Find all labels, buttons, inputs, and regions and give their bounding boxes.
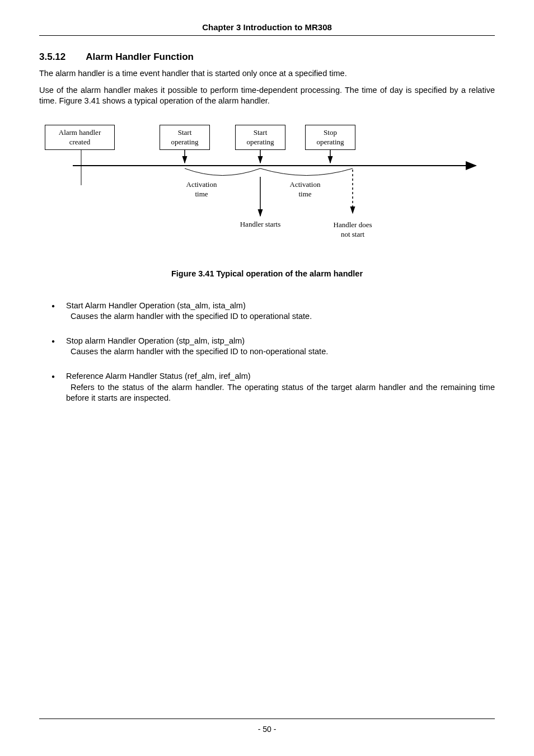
bullet-title-2: Stop alarm Handler Operation (stp_alm, i… [66, 336, 245, 345]
bullet-desc-2: Causes the alarm handler with the specif… [66, 347, 328, 356]
section-number: 3.5.12 [39, 51, 65, 63]
box-start-operating-1: Start operating [160, 125, 210, 150]
box-stop-line2: operating [316, 138, 344, 146]
paragraph-1: The alarm handler is a time event handle… [39, 68, 495, 79]
list-item: Stop alarm Handler Operation (stp_alm, i… [51, 336, 495, 358]
box-start1-line2: operating [171, 138, 198, 146]
bullet-desc-3: Refers to the status of the alarm handle… [66, 383, 495, 403]
box-stop-line1: Stop [324, 128, 337, 137]
figure-diagram: Alarm handler created Start operating St… [39, 118, 495, 252]
activation2-line1: Activation [290, 180, 321, 189]
bullet-title-3: Reference Alarm Handler Status (ref_alm,… [66, 372, 251, 381]
chapter-header: Chapter 3 Introduction to MR308 [39, 22, 495, 36]
box-created-line1: Alarm handler [59, 128, 101, 137]
box-stop-operating: Stop operating [305, 125, 355, 150]
handler-not-line1: Handler does [334, 220, 372, 229]
handler-not-start-label: Handler does not start [322, 220, 383, 240]
handler-not-line2: not start [341, 230, 364, 238]
box-start1-line1: Start [178, 128, 192, 137]
section-title: Alarm Handler Function [86, 51, 194, 63]
handler-starts-label: Handler starts [227, 220, 294, 229]
box-start2-line1: Start [254, 128, 268, 137]
box-start-operating-2: Start operating [235, 125, 285, 150]
activation2-line2: time [298, 190, 311, 198]
page-footer: - 50 - [39, 719, 495, 734]
activation-time-1: Activation time [176, 180, 227, 199]
figure-caption: Figure 3.41 Typical operation of the ala… [39, 269, 495, 278]
bullet-title-1: Start Alarm Handler Operation (sta_alm, … [66, 301, 246, 310]
activation-time-2: Activation time [280, 180, 330, 199]
list-item: Reference Alarm Handler Status (ref_alm,… [51, 371, 495, 404]
box-alarm-handler-created: Alarm handler created [45, 125, 115, 150]
box-start2-line2: operating [246, 138, 274, 146]
paragraph-2: Use of the alarm handler makes it possib… [39, 85, 495, 107]
activation1-line1: Activation [186, 180, 217, 189]
page-number: - 50 - [258, 725, 277, 734]
list-item: Start Alarm Handler Operation (sta_alm, … [51, 300, 495, 322]
bullet-desc-1: Causes the alarm handler with the specif… [66, 312, 312, 321]
activation1-line2: time [195, 190, 208, 198]
box-created-line2: created [69, 138, 91, 146]
